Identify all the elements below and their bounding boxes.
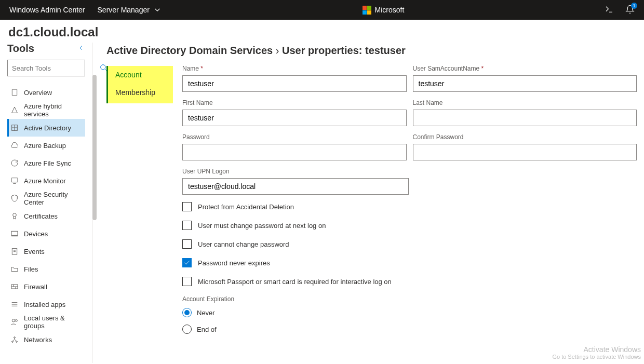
svg-point-23 bbox=[15, 319, 17, 321]
sam-input[interactable] bbox=[413, 75, 637, 92]
server-manager-menu[interactable]: Server Manager bbox=[98, 5, 162, 15]
svg-point-9 bbox=[13, 213, 17, 217]
last-input[interactable] bbox=[413, 110, 637, 126]
events-icon bbox=[10, 247, 19, 255]
radio-endof[interactable] bbox=[182, 325, 192, 334]
ad-icon bbox=[10, 124, 19, 132]
nav-azure-security[interactable]: Azure Security Center bbox=[7, 190, 85, 207]
expiration-label: Account Expiration bbox=[182, 295, 637, 303]
sam-label: User SamAccountName * bbox=[413, 65, 637, 72]
svg-point-24 bbox=[12, 341, 14, 343]
app-title[interactable]: Windows Admin Center bbox=[9, 6, 85, 14]
host-name: dc1.cloud.local bbox=[0, 20, 644, 43]
svg-point-1 bbox=[101, 64, 105, 69]
monitor-icon bbox=[10, 177, 19, 185]
azure-icon bbox=[10, 106, 19, 114]
sidebar: Tools Overview Azure hybrid services Act… bbox=[0, 43, 92, 363]
nav-certificates[interactable]: Certificates bbox=[7, 207, 85, 225]
pwd-label: Password bbox=[182, 133, 407, 141]
cpwd-input[interactable] bbox=[413, 144, 637, 160]
nav-azure-backup[interactable]: Azure Backup bbox=[7, 137, 85, 154]
sidebar-scrollbar[interactable] bbox=[92, 75, 97, 220]
user-subnav: Account Membership bbox=[106, 66, 173, 103]
shield-icon bbox=[10, 194, 19, 203]
neverexpire-label: Password never expires bbox=[198, 259, 270, 267]
breadcrumb-sep: › bbox=[276, 45, 279, 56]
topbar: Windows Admin Center Server Manager Micr… bbox=[0, 0, 644, 20]
devices-icon bbox=[10, 230, 19, 238]
passport-label: Microsoft Passport or smart card is requ… bbox=[198, 278, 392, 286]
svg-point-25 bbox=[16, 341, 18, 343]
nav-overview[interactable]: Overview bbox=[7, 84, 85, 101]
sidebar-title: Tools bbox=[7, 43, 34, 55]
svg-point-22 bbox=[12, 319, 15, 322]
subnav-membership[interactable]: Membership bbox=[108, 84, 173, 101]
upn-input[interactable] bbox=[182, 178, 409, 195]
mustchange-label: User must change password at next log on bbox=[198, 222, 326, 230]
upn-label: User UPN Logon bbox=[182, 168, 409, 175]
activate-windows-watermark: Activate Windows Go to Settings to activ… bbox=[552, 345, 641, 360]
nav-active-directory[interactable]: Active Directory bbox=[7, 119, 85, 137]
overview-icon bbox=[10, 88, 19, 97]
backup-icon bbox=[10, 141, 19, 150]
mustchange-checkbox[interactable] bbox=[182, 221, 192, 230]
protect-label: Protect from Accidental Deletion bbox=[198, 203, 294, 211]
breadcrumb-leaf: User properties: testuser bbox=[282, 45, 406, 56]
name-input[interactable] bbox=[182, 75, 407, 92]
users-icon bbox=[10, 318, 19, 326]
protect-checkbox[interactable] bbox=[182, 202, 192, 211]
network-icon bbox=[10, 335, 19, 344]
search-field[interactable] bbox=[12, 64, 99, 72]
svg-rect-7 bbox=[11, 178, 18, 182]
powershell-icon[interactable] bbox=[605, 5, 614, 16]
certificate-icon bbox=[10, 212, 19, 220]
check-icon bbox=[183, 259, 191, 266]
pwd-input[interactable] bbox=[182, 144, 407, 160]
nav-networks[interactable]: Networks bbox=[7, 331, 85, 348]
first-label: First Name bbox=[182, 99, 407, 106]
cannot-checkbox[interactable] bbox=[182, 239, 192, 249]
svg-line-2 bbox=[105, 69, 106, 71]
server-manager-label: Server Manager bbox=[98, 6, 150, 14]
apps-icon bbox=[10, 300, 19, 308]
subnav-account[interactable]: Account bbox=[108, 66, 173, 84]
radio-never-label: Never bbox=[197, 309, 215, 317]
name-label: Name * bbox=[182, 65, 407, 72]
nav-files[interactable]: Files bbox=[7, 260, 85, 278]
first-input[interactable] bbox=[182, 110, 407, 126]
notifications-icon[interactable]: 1 bbox=[625, 5, 635, 16]
cannot-label: User cannot change password bbox=[198, 240, 289, 248]
user-form: Name * User SamAccountName * First Name … bbox=[182, 65, 644, 363]
main-content: Active Directory Domain Services › User … bbox=[92, 43, 644, 363]
microsoft-logo-icon bbox=[363, 5, 372, 15]
breadcrumb-root[interactable]: Active Directory Domain Services bbox=[106, 45, 273, 56]
nav-list: Overview Azure hybrid services Active Di… bbox=[7, 84, 85, 348]
svg-rect-10 bbox=[11, 231, 18, 235]
brand: Microsoft bbox=[162, 5, 605, 15]
nav-azure-monitor[interactable]: Azure Monitor bbox=[7, 172, 85, 190]
sidebar-collapse-button[interactable] bbox=[77, 44, 85, 53]
notification-badge: 1 bbox=[631, 3, 637, 9]
neverexpire-checkbox[interactable] bbox=[182, 258, 192, 267]
firewall-icon bbox=[10, 282, 19, 291]
svg-point-26 bbox=[14, 337, 16, 339]
nav-local-users[interactable]: Local users & groups bbox=[7, 313, 85, 331]
search-icon bbox=[99, 63, 108, 73]
nav-installed-apps[interactable]: Installed apps bbox=[7, 295, 85, 313]
nav-devices[interactable]: Devices bbox=[7, 225, 85, 242]
nav-azure-hybrid[interactable]: Azure hybrid services bbox=[7, 101, 85, 119]
files-icon bbox=[10, 265, 19, 273]
passport-checkbox[interactable] bbox=[182, 277, 192, 286]
nav-firewall[interactable]: Firewall bbox=[7, 278, 85, 295]
brand-label: Microsoft bbox=[375, 6, 405, 14]
last-label: Last Name bbox=[413, 99, 637, 106]
nav-azure-filesync[interactable]: Azure File Sync bbox=[7, 154, 85, 172]
breadcrumb: Active Directory Domain Services › User … bbox=[106, 45, 644, 57]
search-tools-input[interactable] bbox=[7, 60, 85, 76]
nav-events[interactable]: Events bbox=[7, 242, 85, 260]
radio-never[interactable] bbox=[182, 308, 192, 317]
cpwd-label: Confirm Password bbox=[413, 133, 637, 141]
svg-rect-3 bbox=[12, 89, 17, 96]
sync-icon bbox=[10, 159, 19, 167]
radio-endof-label: End of bbox=[197, 326, 217, 333]
